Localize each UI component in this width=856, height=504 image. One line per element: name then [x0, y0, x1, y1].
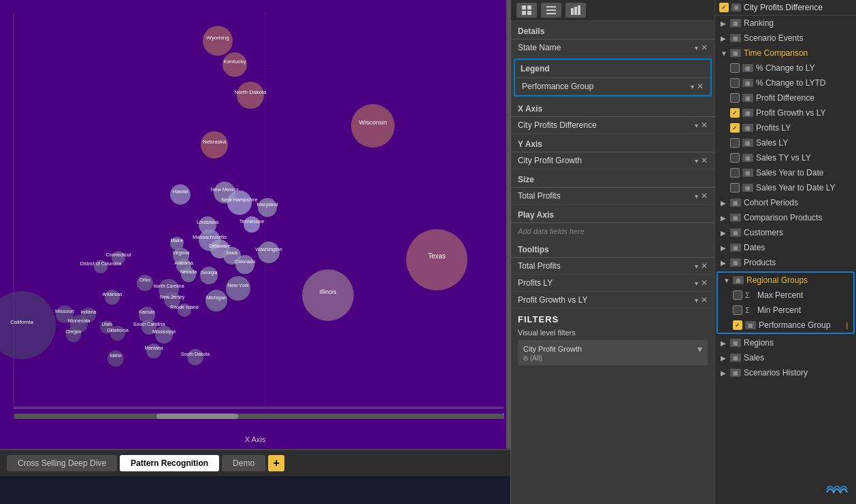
tab-cross-selling[interactable]: Cross Selling Deep Dive — [7, 455, 117, 471]
svg-text:Michigan: Michigan — [206, 295, 227, 301]
svg-text:Maryland: Maryland — [257, 201, 278, 207]
sales-ytd-icon: ▦ — [742, 169, 753, 177]
tab-pattern-recognition[interactable]: Pattern Recognition — [120, 455, 219, 471]
performance-group-item[interactable]: ✓ ▦ Performance Group | — [718, 318, 853, 333]
city-profit-growth-remove[interactable]: ✕ — [701, 156, 708, 165]
products-expand: ▶ — [721, 259, 727, 267]
list-view-btn[interactable] — [541, 3, 561, 18]
tooltip-profits-ly[interactable]: Profits LY ▾ ✕ — [511, 275, 714, 292]
tooltip1-dropdown[interactable]: ▾ — [695, 263, 698, 270]
sales-ytd-item[interactable]: ▦ Sales Year to Date — [715, 165, 856, 180]
sales-ly-item[interactable]: ▦ Sales LY — [715, 135, 856, 150]
max-percent-item[interactable]: Σ Max Percent — [718, 288, 853, 303]
svg-rect-101 — [14, 414, 504, 419]
svg-text:South Dakota: South Dakota — [181, 352, 210, 356]
pct-change-ly-item[interactable]: ▦ % Change to LY — [715, 61, 856, 75]
tooltip2-dropdown[interactable]: ▾ — [695, 280, 698, 287]
customers-icon: ▦ — [730, 229, 741, 237]
tab-demo[interactable]: Demo — [222, 455, 265, 471]
chart-resize-handle[interactable] — [506, 0, 510, 449]
min-percent-item[interactable]: Σ Min Percent — [718, 303, 853, 318]
city-profits-diff-field[interactable]: City Profits Difference ▾ ✕ — [511, 117, 714, 134]
svg-text:Washington: Washington — [255, 246, 282, 252]
svg-text:Oklahoma: Oklahoma — [107, 328, 129, 333]
svg-text:Virginia: Virginia — [173, 250, 191, 256]
city-profits-diff-item[interactable]: ✓ ▦ City Profits Difference — [715, 0, 856, 16]
svg-text:Rhode Island: Rhode Island — [170, 305, 198, 309]
comparison-products-group[interactable]: ▶ ▦ Comparison Products — [715, 210, 856, 225]
filters-section: FILTERS Visual level filters City Profit… — [511, 309, 714, 373]
customers-group[interactable]: ▶ ▦ Customers — [715, 225, 856, 240]
scatter-chart: Wyoming Kentucky North Dakota Wisconsin … — [0, 0, 510, 449]
svg-text:Massachusetts: Massachusetts — [193, 234, 227, 240]
sales-ty-ly-item[interactable]: ▦ Sales TY vs LY — [715, 150, 856, 165]
state-name-remove[interactable]: ✕ — [701, 43, 708, 52]
sales-group[interactable]: ▶ ▦ Sales — [715, 350, 856, 365]
tooltip1-remove[interactable]: ✕ — [701, 261, 708, 271]
svg-point-55 — [205, 290, 227, 312]
tooltip3-remove[interactable]: ✕ — [701, 295, 708, 305]
ranking-expand: ▶ — [721, 20, 727, 27]
cohort-periods-group[interactable]: ▶ ▦ Cohort Periods — [715, 195, 856, 210]
performance-group-tree-label[interactable]: Performance Group — [759, 320, 843, 330]
regional-groups-group[interactable]: ▼ ▦ Regional Groups — [718, 273, 853, 288]
scenarios-history-group[interactable]: ▶ ▦ Scenarios History — [715, 365, 856, 380]
regional-groups-expand: ▼ — [723, 277, 730, 284]
city-profit-growth-field[interactable]: City Profit Growth ▾ ✕ — [511, 152, 714, 169]
state-name-dropdown[interactable]: ▾ — [695, 44, 698, 52]
regions-expand: ▶ — [721, 339, 727, 347]
size-label: Size — [511, 169, 714, 188]
max-percent-checkbox — [733, 290, 742, 300]
svg-point-79 — [0, 291, 56, 359]
city-profits-diff-dropdown[interactable]: ▾ — [695, 122, 698, 129]
city-profits-diff-label: City Profits Difference — [744, 3, 823, 12]
sales-ytd-ly-item[interactable]: ▦ Sales Year to Date LY — [715, 180, 856, 195]
svg-rect-112 — [578, 5, 580, 15]
svg-text:Minnesota: Minnesota — [68, 318, 90, 323]
svg-text:Kentucky: Kentucky — [224, 58, 246, 65]
perf-group-dropdown[interactable]: ▾ — [691, 83, 694, 90]
products-group[interactable]: ▶ ▦ Products — [715, 255, 856, 270]
svg-text:New Mexico: New Mexico — [211, 186, 239, 192]
svg-text:Iowa: Iowa — [227, 250, 238, 256]
svg-text:North Dakota: North Dakota — [234, 89, 267, 95]
total-profits-dropdown[interactable]: ▾ — [695, 192, 698, 200]
products-icon: ▦ — [730, 258, 741, 267]
profit-difference-item[interactable]: ▦ Profit Difference — [715, 90, 856, 105]
svg-text:District of Columbia: District of Columbia — [80, 261, 122, 266]
chart-type-btn[interactable] — [565, 3, 586, 18]
pct-change-lytd-item[interactable]: ▦ % Change to LYTD — [715, 75, 856, 90]
scenario-events-group[interactable]: ▶ ▦ Scenario Events — [715, 31, 856, 46]
svg-text:Kansas: Kansas — [139, 309, 155, 314]
city-profit-growth-dropdown[interactable]: ▾ — [695, 157, 698, 165]
svg-point-17 — [227, 190, 252, 215]
perf-group-remove[interactable]: ✕ — [697, 82, 704, 91]
performance-group-icon: ▦ — [745, 321, 756, 329]
regions-group[interactable]: ▶ ▦ Regions — [715, 335, 856, 350]
profits-ly-item[interactable]: ✓ ▦ Profits LY — [715, 120, 856, 135]
svg-rect-108 — [546, 10, 556, 11]
time-comparison-group[interactable]: ▼ ▦ Time Comparison — [715, 46, 856, 61]
tooltip2-remove[interactable]: ✕ — [701, 278, 708, 288]
svg-point-13 — [170, 184, 191, 205]
total-profits-remove[interactable]: ✕ — [701, 191, 708, 201]
svg-rect-106 — [527, 11, 531, 15]
ranking-group[interactable]: ▶ ▦ Ranking — [715, 16, 856, 31]
dates-icon: ▦ — [730, 243, 741, 252]
performance-group-field[interactable]: Performance Group ▾ ✕ — [515, 78, 710, 95]
profit-growth-ly-item[interactable]: ✓ ▦ Profit Growth vs LY — [715, 105, 856, 120]
tooltip3-dropdown[interactable]: ▾ — [695, 297, 698, 304]
city-profit-growth-filter[interactable]: City Profit Growth ▾ is (All) — [518, 340, 708, 365]
state-name-field[interactable]: State Name ▾ ✕ — [511, 39, 714, 56]
svg-text:Missouri: Missouri — [55, 308, 74, 314]
play-axis-label: Play Axis — [511, 205, 714, 223]
dates-group[interactable]: ▶ ▦ Dates — [715, 240, 856, 255]
add-tab-button[interactable]: + — [268, 455, 284, 471]
tooltip-profit-growth[interactable]: Profit Growth vs LY ▾ ✕ — [511, 292, 714, 309]
city-profits-diff-remove[interactable]: ✕ — [701, 120, 708, 130]
tooltip-total-profits[interactable]: Total Profits ▾ ✕ — [511, 258, 714, 275]
sales-ty-ly-icon: ▦ — [742, 154, 753, 162]
grid-view-btn[interactable] — [516, 3, 537, 18]
total-profits-size-field[interactable]: Total Profits ▾ ✕ — [511, 188, 714, 205]
svg-rect-102 — [157, 414, 238, 419]
